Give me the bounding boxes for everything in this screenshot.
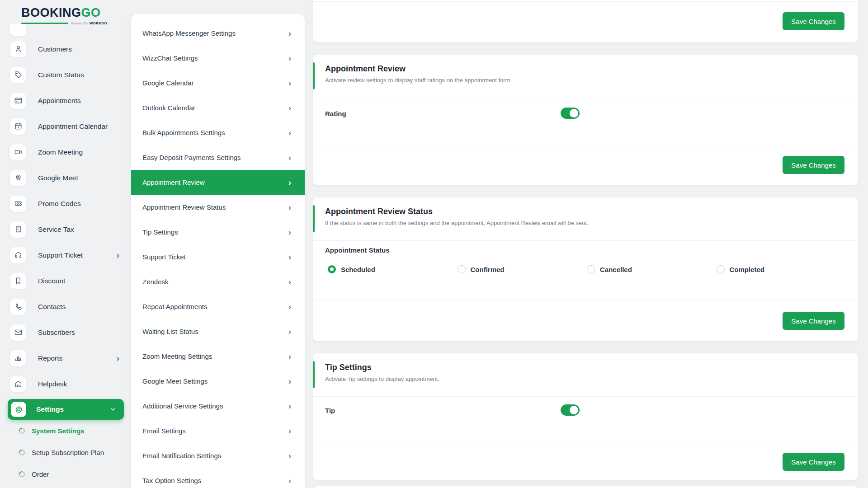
card-description: Activate Tip settings to display appoint… [325,375,846,382]
bullet-icon [18,470,26,478]
menu-item-tip-settings[interactable]: Tip Settings› [131,220,305,244]
save-changes-button[interactable]: Save Changes [783,453,844,471]
rating-toggle[interactable] [561,108,580,119]
chevron-right-icon: › [288,328,291,336]
sidebar-item-custom-status[interactable]: Custom Status [0,62,131,88]
menu-item-label: Additional Service Settings [142,402,223,410]
card-title: Tip Settings [325,363,846,372]
menu-item-tax-option-settings[interactable]: Tax Option Settings› [131,468,305,488]
logo-underline [21,23,68,24]
sidebar-item-promo-codes[interactable]: Promo Codes [0,191,131,216]
menu-item-wizzchat-settings[interactable]: WizzChat Settings› [131,46,305,70]
toggle-knob [570,109,578,117]
menu-item-outlook-calendar[interactable]: Outlook Calendar› [131,95,305,120]
ticket-icon [10,196,26,212]
sidebar-subitem-setup-subscription-plan[interactable]: Setup Subscription Plan [0,441,131,463]
sidebar-item-label: Support Ticket [38,251,83,259]
card-title: Appointment Review [325,64,846,74]
sidebar-item-partial-icon[interactable] [10,24,26,36]
chevron-right-icon: › [117,354,119,362]
radio-icon[interactable] [587,265,595,273]
menu-item-waiting-list-status[interactable]: Waiting List Status› [131,319,305,344]
bookinggo-app: BOOKINGGO Powered By WORKDO Customers Cu… [0,0,868,488]
bullet-icon [18,448,26,456]
sidebar-item-subscribers[interactable]: Subscribers [0,319,131,345]
divider [313,396,858,397]
sidebar-item-helpdesk[interactable]: Helpdesk [0,371,131,397]
card-description: Activate review settings to display staf… [325,77,846,84]
divider [313,240,858,241]
menu-item-support-ticket[interactable]: Support Ticket› [131,244,305,269]
radio-option-confirmed[interactable]: Confirmed [458,265,587,273]
menu-item-label: Zoom Meeting Settings [142,352,212,360]
menu-item-google-calendar[interactable]: Google Calendar› [131,70,305,95]
bullet-icon [18,427,26,435]
menu-item-label: Support Ticket [142,253,186,261]
menu-item-appointment-review[interactable]: Appointment Review› [131,170,305,195]
card-appointment-review-status: Appointment Review Status If the status … [313,197,858,341]
sidebar-subitem-label: Order [32,470,49,478]
menu-item-label: Google Calendar [142,79,193,87]
divider [313,1,858,2]
card-appointment-review: Appointment Review Activate review setti… [313,55,858,185]
sidebar-item-appointment-calendar[interactable]: Appointment Calendar [0,113,131,139]
sidebar-subitem-order[interactable]: Order [0,463,131,485]
sidebar-item-service-tax[interactable]: Service Tax [0,216,131,242]
menu-item-zoom-meeting-settings[interactable]: Zoom Meeting Settings› [131,344,305,369]
chevron-right-icon: › [117,251,119,259]
sidebar-item-label: Reports [38,354,62,362]
sidebar-item-discount[interactable]: Discount [0,268,131,294]
tip-toggle[interactable] [561,404,580,416]
sidebar-item-customers[interactable]: Customers [0,36,131,62]
receipt-icon [10,221,26,238]
sidebar-item-label: Custom Status [38,71,84,79]
radio-icon[interactable] [717,265,725,273]
divider [313,145,858,145]
menu-item-zendesk[interactable]: Zendesk› [131,269,305,294]
sidebar-item-label: Promo Codes [38,200,81,208]
menu-item-label: Appointment Review [142,178,205,186]
sidebar-item-contacts[interactable]: Contacts [0,294,131,319]
chevron-right-icon: › [288,79,291,87]
menu-item-appointment-review-status[interactable]: Appointment Review Status› [131,195,305,220]
menu-item-additional-service-settings[interactable]: Additional Service Settings› [131,394,305,418]
save-changes-button[interactable]: Save Changes [783,312,844,330]
sidebar-item-appointments[interactable]: Appointments [0,88,131,113]
menu-item-google-meet-settings[interactable]: Google Meet Settings› [131,369,305,394]
chevron-right-icon: › [288,104,291,112]
headphones-icon [10,247,26,263]
menu-item-email-notification-settings[interactable]: Email Notification Settings› [131,443,305,468]
tag-icon [10,67,26,83]
sidebar-item-settings[interactable]: Settings [8,399,124,420]
save-changes-button[interactable]: Save Changes [783,156,844,174]
menu-item-easy-deposit-payments-settings[interactable]: Easy Deposit Payments Settings› [131,145,305,170]
menu-item-email-settings[interactable]: Email Settings› [131,418,305,443]
menu-item-label: Email Settings [142,427,186,435]
divider [313,446,858,446]
sidebar-subitem-system-settings[interactable]: System Settings [0,420,131,441]
radio-selected-icon[interactable] [328,265,336,273]
radio-option-cancelled[interactable]: Cancelled [587,265,717,273]
chevron-right-icon: › [288,303,291,311]
card-partial-top: Save Changes [313,0,858,42]
sidebar-item-support-ticket[interactable]: Support Ticket › [0,242,131,268]
chevron-right-icon: › [288,253,291,261]
sidebar-item-google-meet[interactable]: Google Meet [0,165,131,191]
sidebar-item-label: Zoom Meeting [38,148,83,156]
sidebar-item-zoom-meeting[interactable]: Zoom Meeting [0,139,131,165]
menu-item-whatsapp-messenger-settings[interactable]: WhatsApp Messenger Settings› [131,21,305,46]
chevron-down-icon [109,406,117,413]
menu-item-repeat-appointments[interactable]: Repeat Appointments› [131,294,305,319]
radio-icon[interactable] [458,265,466,273]
menu-item-bulk-appointments-settings[interactable]: Bulk Appointments Settings› [131,120,305,145]
sidebar-item-reports[interactable]: Reports › [0,345,131,371]
appointment-status-radio-group: Scheduled Confirmed Cancelled Completed [328,265,846,273]
save-changes-button[interactable]: Save Changes [783,12,844,30]
radio-option-completed[interactable]: Completed [717,265,846,273]
chevron-right-icon: › [288,452,291,460]
menu-item-label: Repeat Appointments [142,303,207,310]
bookmark-icon [10,273,26,289]
menu-item-label: WizzChat Settings [142,54,198,62]
radio-label: Scheduled [341,266,375,273]
radio-option-scheduled[interactable]: Scheduled [328,265,458,273]
